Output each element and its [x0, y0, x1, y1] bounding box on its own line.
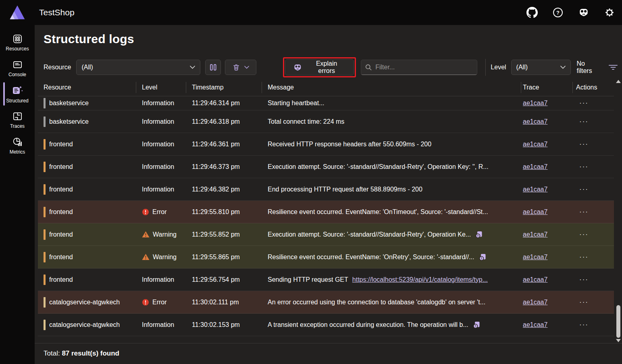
level-cell: Information	[136, 163, 186, 171]
message-cell: Starting heartbeat...	[262, 100, 521, 107]
row-actions-menu-button[interactable]: ···	[576, 230, 592, 239]
message-cell: Total connect time: 224 ms	[262, 118, 521, 125]
exception-icon	[475, 231, 483, 239]
trace-link[interactable]: ae1caa7	[523, 321, 547, 328]
row-actions-menu-button[interactable]: ···	[576, 320, 592, 330]
explain-errors-label: Explain errors	[307, 60, 346, 75]
resource-name: frontend	[49, 254, 73, 261]
trace-link[interactable]: ae1caa7	[523, 299, 547, 306]
explain-errors-button[interactable]: Explain errors	[285, 59, 354, 75]
timestamp-cell: 11:30:02.111 pm	[186, 299, 262, 306]
row-actions-menu-button[interactable]: ···	[576, 185, 592, 194]
timestamp-cell: 11:29:46.361 pm	[186, 141, 262, 148]
row-actions-menu-button[interactable]: ···	[576, 162, 592, 172]
exception-icon	[472, 321, 481, 329]
toolbar-divider	[485, 59, 486, 76]
column-header-message: Message	[262, 82, 521, 93]
timestamp-cell: 11:29:56.754 pm	[186, 276, 262, 283]
trace-cell: ae1caa7	[521, 163, 573, 171]
level-text: Information	[142, 163, 174, 171]
row-actions-menu-button[interactable]: ···	[576, 297, 592, 307]
trace-link[interactable]: ae1caa7	[523, 118, 547, 125]
actions-cell: ···	[573, 207, 614, 217]
explain-errors-highlight-annotation: Explain errors	[283, 57, 356, 77]
trace-link[interactable]: ae1caa7	[523, 254, 547, 260]
clear-logs-split-button[interactable]	[225, 60, 256, 75]
table-row: frontend Information 11:29:56.754 pm Sen…	[38, 268, 614, 291]
resource-cell: catalogservice-atgwkech	[38, 297, 136, 308]
resource-name: frontend	[49, 276, 73, 283]
row-actions-menu-button[interactable]: ···	[576, 117, 592, 127]
trace-link[interactable]: ae1caa7	[523, 163, 547, 170]
table-row: frontend Information 11:29:46.373 pm Exe…	[38, 156, 614, 178]
row-actions-menu-button[interactable]: ···	[576, 252, 592, 262]
trace-link[interactable]: ae1caa7	[523, 141, 547, 148]
trace-link[interactable]: ae1caa7	[523, 276, 547, 283]
resource-cell: frontend	[38, 184, 136, 195]
column-header-timestamp: Timestamp	[186, 82, 262, 93]
trace-link[interactable]: ae1caa7	[523, 208, 547, 215]
github-icon[interactable]	[526, 6, 538, 19]
resource-color-bar	[44, 229, 46, 240]
help-icon[interactable]: ?	[552, 6, 564, 19]
trace-cell: ae1caa7	[521, 186, 573, 193]
row-actions-menu-button[interactable]: ···	[576, 139, 592, 149]
table-row: basketservice Information 11:29:46.314 p…	[38, 96, 614, 110]
copilot-icon[interactable]	[578, 6, 590, 19]
trace-link[interactable]: ae1caa7	[523, 100, 547, 106]
table-row: basketservice Information 11:29:46.318 p…	[38, 110, 614, 133]
filters-funnel-icon[interactable]	[608, 64, 618, 71]
message-cell: Received HTTP response headers after 550…	[262, 141, 521, 148]
sidebar-item-resources[interactable]: Resources	[0, 30, 35, 55]
sidebar-label: Resources	[6, 46, 29, 52]
copilot-icon	[293, 62, 303, 73]
resource-name: catalogservice-atgwkech	[49, 299, 120, 306]
message-cell: Resilience event occurred. EventName: 'O…	[262, 253, 521, 261]
no-filters-status: No filters	[576, 60, 602, 75]
timestamp-cell: 11:29:55.810 pm	[186, 208, 262, 216]
scrollbar-thumb[interactable]	[616, 305, 620, 338]
pause-logs-button[interactable]	[205, 60, 221, 75]
svg-text:?: ?	[556, 10, 560, 16]
level-text: Information	[142, 100, 174, 107]
scroll-up-arrow-icon[interactable]	[616, 79, 621, 84]
filter-input[interactable]	[375, 64, 473, 71]
message-cell: Resilience event occurred. EventName: 'O…	[262, 208, 521, 216]
trace-link[interactable]: ae1caa7	[523, 231, 547, 238]
table-row: catalogservice-atgwkech Error 11:30:02.1…	[38, 291, 614, 314]
sidebar-item-console[interactable]: Console	[0, 56, 35, 81]
table-row: frontend Warning 11:29:55.852 pm Executi…	[38, 223, 614, 246]
sidebar-item-structured[interactable]: Structured	[0, 81, 35, 106]
resource-name: frontend	[49, 141, 73, 148]
actions-cell: ···	[573, 252, 614, 262]
message-cell: Sending HTTP request GET https://localho…	[262, 276, 521, 283]
column-header-actions: Actions	[573, 82, 614, 93]
level-cell: Information	[136, 321, 186, 329]
message-url-link[interactable]: https://localhost:5239/api/v1/catalog/it…	[352, 276, 488, 283]
level-text: Information	[142, 118, 174, 125]
actions-cell: ···	[573, 297, 614, 307]
resource-color-bar	[44, 162, 46, 172]
resource-select[interactable]: (All)	[76, 60, 200, 75]
sidebar-item-traces[interactable]: Traces	[0, 107, 35, 132]
message-text: Sending HTTP request GET	[268, 276, 348, 283]
scroll-down-arrow-icon[interactable]	[616, 338, 621, 343]
chevron-down-icon	[190, 66, 195, 69]
table-header: Resource Level Timestamp Message Trace A…	[38, 79, 614, 96]
actions-cell: ···	[573, 230, 614, 239]
sidebar-item-metrics[interactable]: Metrics	[0, 133, 35, 158]
resource-color-bar	[44, 207, 46, 217]
row-actions-menu-button[interactable]: ···	[576, 98, 592, 108]
level-select[interactable]: (All)	[511, 60, 571, 75]
row-actions-menu-button[interactable]: ···	[576, 207, 592, 217]
row-actions-menu-button[interactable]: ···	[576, 275, 592, 285]
top-bar: TestShop ?	[0, 0, 622, 25]
level-cell: Warning	[136, 254, 186, 261]
settings-gear-icon[interactable]	[603, 6, 616, 19]
resource-cell: frontend	[38, 162, 136, 172]
toolbar: Resource (All) Explain errors Level (All…	[44, 57, 618, 77]
level-cell: Error	[136, 208, 186, 216]
message-text: Execution attempt. Source: '-standard//S…	[268, 231, 471, 238]
message-cell: An error occurred using the connection t…	[262, 299, 521, 306]
trace-link[interactable]: ae1caa7	[523, 186, 547, 193]
